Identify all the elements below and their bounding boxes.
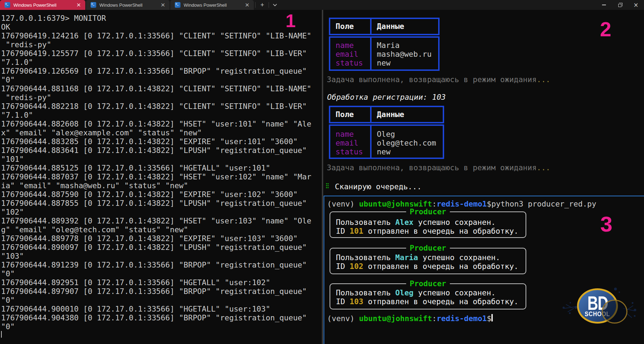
table-cell-value: new <box>377 59 391 67</box>
table-cell-field: email <box>336 50 358 59</box>
tab-powershell-3[interactable]: >_ Windows PowerShell × <box>170 0 254 10</box>
column-header: Поле <box>336 22 354 31</box>
panel-title: Producer <box>406 279 450 288</box>
column-header: Поле <box>336 110 354 119</box>
tab-dropdown-button[interactable] <box>269 0 281 10</box>
table-cell-value: oleg@tech.com <box>377 139 436 147</box>
text-cursor <box>491 314 493 321</box>
powershell-icon: >_ <box>91 2 96 8</box>
shell-prompt: (venv) ubuntu@johnswift:redis-demo1$ <box>327 314 491 323</box>
monitor-output: 127.0.0.1:6379> MONITOR OK 1767906419.12… <box>1 14 311 331</box>
annotation-number: 1 <box>286 13 296 29</box>
table-cell-value: new <box>377 147 391 156</box>
chevron-down-icon <box>273 4 277 6</box>
tab-powershell-1[interactable]: >_ Windows PowerShell × <box>0 0 85 10</box>
restore-button[interactable] <box>612 0 628 10</box>
powershell-icon: >_ <box>5 2 10 8</box>
processing-line: Обработка регистрации: 103 <box>327 93 446 102</box>
table-cell-value: Oleg <box>377 130 395 139</box>
powershell-icon: >_ <box>175 2 180 8</box>
text-cursor <box>1 331 2 338</box>
tab-divider <box>269 2 269 8</box>
panel-title: Producer <box>406 244 450 252</box>
status-line: Задача выполнена, возвращаюсь в режим ож… <box>327 163 550 172</box>
tab-close-icon[interactable]: × <box>245 2 250 8</box>
panel-line: Пользователь Maria успешно сохранен. <box>336 253 500 262</box>
tab-bar: >_ Windows PowerShell × >_ Windows Power… <box>0 0 644 10</box>
panel-line: ID 103 отправлен в очередь на обработку. <box>336 297 519 306</box>
table-cell-value: Maria <box>377 41 400 50</box>
table-cell-field: email <box>336 139 358 147</box>
tab-title: Windows PowerShell <box>184 2 242 8</box>
tab-title: Windows PowerShell <box>99 2 158 8</box>
panel-line: Пользователь Oleg успешно сохранен. <box>336 288 496 297</box>
tab-close-icon[interactable]: × <box>161 2 165 8</box>
annotation-number: 3 <box>600 215 612 233</box>
close-button[interactable]: × <box>628 0 644 10</box>
table-cell-field: name <box>336 130 354 139</box>
scanning-line: Сканирую очередь... <box>335 182 422 191</box>
pane-separator[interactable] <box>322 10 323 344</box>
table-cell-value: masha@web.ru <box>377 50 431 59</box>
tab-title: Windows PowerShell <box>13 2 74 8</box>
status-line: Задача выполнена, возвращаюсь в режим ож… <box>327 75 550 84</box>
minimize-icon <box>602 5 606 5</box>
panel-line: ID 102 отправлен в очередь на обработку. <box>336 262 519 271</box>
logo-ring <box>602 300 627 324</box>
annotation-number: 2 <box>600 20 611 38</box>
minimize-button[interactable] <box>596 0 612 10</box>
panel-line: ID 101 отправлен в очередь на обработку. <box>336 227 519 235</box>
tab-divider <box>255 2 256 8</box>
tab-powershell-2[interactable]: >_ Windows PowerShell × <box>86 0 170 10</box>
column-header: Данные <box>377 110 404 119</box>
column-header: Данные <box>377 22 404 31</box>
shell-prompt: (venv) ubuntu@johnswift:redis-demo1$pyth… <box>327 199 596 208</box>
new-tab-button[interactable]: + <box>257 0 268 10</box>
panel-line: Пользователь Alex успешно сохранен. <box>336 218 496 227</box>
panel-title: Producer <box>406 207 450 216</box>
tab-close-icon[interactable]: × <box>76 2 81 8</box>
table-cell-field: status <box>336 147 363 156</box>
restore-icon <box>618 4 621 7</box>
terminal-window: >_ Windows PowerShell × >_ Windows Power… <box>0 0 644 344</box>
close-icon: × <box>633 2 638 8</box>
table-cell-field: status <box>336 59 363 67</box>
table-cell-field: name <box>336 41 354 50</box>
spinner-icon <box>326 183 329 189</box>
